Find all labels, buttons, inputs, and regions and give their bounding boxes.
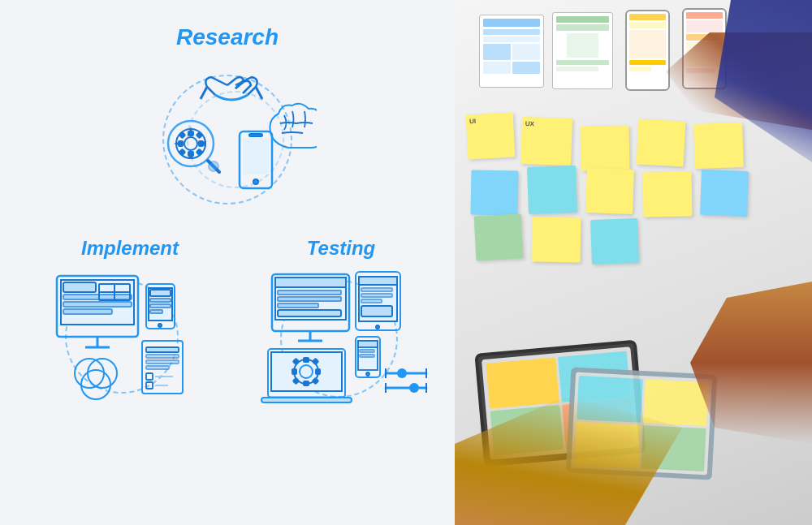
svg-point-46 [75,359,104,388]
bottom-sections: Implement [49,237,422,414]
svg-rect-43 [150,304,171,308]
svg-rect-64 [278,310,341,316]
svg-rect-55 [146,382,153,389]
svg-point-14 [209,161,218,171]
implement-icon-svg [49,268,211,414]
svg-rect-88 [316,369,320,374]
svg-rect-70 [361,288,392,291]
sticky-note-yellow-2 [585,168,634,214]
svg-rect-87 [292,369,296,374]
testing-icon-container [260,268,422,414]
svg-rect-78 [360,350,374,352]
svg-rect-44 [150,310,162,313]
research-icon-container [138,58,317,221]
svg-rect-69 [359,277,397,285]
svg-rect-91 [313,359,318,364]
svg-rect-8 [199,141,203,146]
svg-rect-94 [261,398,352,402]
svg-rect-89 [293,359,299,364]
implement-icon-container [49,268,211,414]
sticky-note-3 [581,125,630,170]
research-section: Research [138,24,317,221]
svg-line-1 [256,87,262,99]
testing-title: Testing [307,237,375,260]
svg-rect-42 [150,299,171,302]
svg-rect-18 [249,134,262,136]
svg-point-96 [397,368,407,378]
research-title: Research [176,24,279,50]
sticky-note-5 [693,123,744,169]
left-panel: Research [0,0,455,525]
svg-point-98 [409,383,419,393]
svg-point-47 [88,359,117,388]
wireframe-phone-1 [625,10,670,91]
svg-rect-73 [361,306,392,316]
svg-point-74 [376,325,379,329]
svg-point-45 [158,324,162,327]
right-panel: UI UX [455,0,812,525]
svg-rect-7 [179,141,183,146]
svg-rect-33 [63,309,112,314]
sticky-note-green-1 [474,214,524,261]
svg-point-4 [184,137,197,150]
sticky-note-1: UI [466,113,516,160]
svg-rect-61 [278,290,341,295]
svg-rect-52 [146,360,179,364]
wireframe-card-2 [552,12,613,89]
svg-rect-85 [304,358,309,362]
svg-rect-77 [358,341,378,347]
svg-rect-63 [278,303,318,308]
svg-rect-41 [150,290,171,296]
svg-rect-6 [188,152,193,156]
sticky-note-yellow-3 [643,171,693,217]
wireframe-card-1 [479,15,544,88]
svg-point-17 [253,179,258,184]
svg-rect-71 [361,294,392,297]
sticky-note-4 [637,119,686,167]
sticky-note-blue-3 [700,170,749,217]
main-container: Research [0,0,812,525]
sticky-note-2: UX [520,117,572,166]
svg-point-48 [81,370,110,399]
svg-rect-79 [360,355,374,357]
sticky-note-blue-2 [527,166,577,214]
svg-rect-72 [361,299,382,303]
svg-rect-54 [146,373,153,380]
implement-title: Implement [81,237,179,260]
svg-rect-5 [188,131,193,136]
svg-rect-31 [63,295,132,299]
testing-icon-svg [260,268,438,418]
svg-rect-62 [278,297,341,301]
svg-rect-32 [63,302,132,307]
sticky-note-blue-1 [471,170,519,215]
sticky-note-yellow-4 [532,217,581,262]
svg-rect-86 [304,381,309,385]
research-icon-svg [138,58,317,221]
svg-rect-90 [313,378,318,384]
svg-rect-16 [243,138,269,174]
sticky-note-cyan-1 [590,218,639,265]
testing-section: Testing [260,237,422,414]
svg-point-80 [366,372,369,376]
svg-line-0 [201,87,207,99]
svg-rect-53 [146,366,169,369]
svg-rect-50 [146,347,179,352]
svg-rect-51 [146,355,179,358]
implement-section: Implement [49,237,211,414]
svg-rect-30 [63,282,96,292]
svg-rect-60 [275,278,346,287]
svg-rect-92 [293,378,299,384]
